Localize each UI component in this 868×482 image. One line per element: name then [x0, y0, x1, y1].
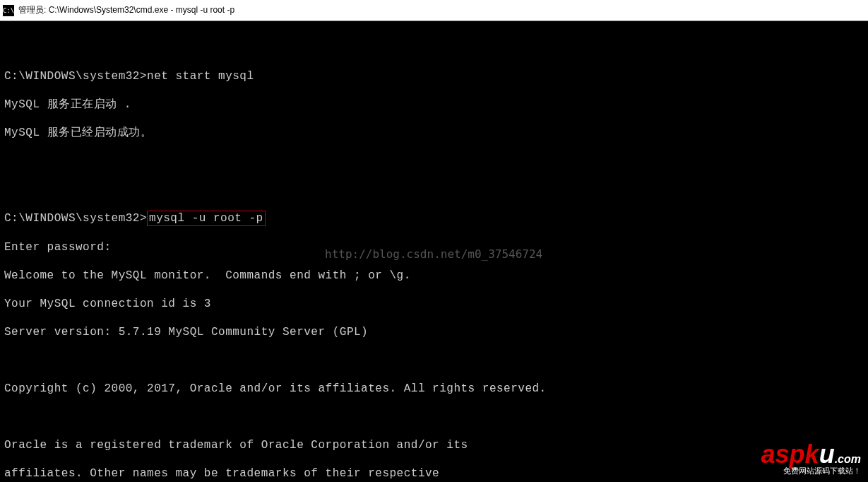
logo-text: k	[805, 440, 819, 469]
terminal-line: Copyright (c) 2000, 2017, Oracle and/or …	[4, 382, 864, 396]
terminal-line: Your MySQL connection id is 3	[4, 297, 864, 311]
terminal-line	[4, 182, 864, 196]
terminal-line: Enter password:	[4, 240, 864, 254]
terminal-line	[4, 410, 864, 424]
terminal-line: C:\WINDOWS\system32>net start mysql	[4, 69, 864, 83]
cmd-icon: C:\	[3, 5, 14, 16]
terminal-line: MySQL 服务已经启动成功。	[4, 126, 864, 140]
logo-text: .com	[835, 453, 861, 465]
logo-text: u	[819, 440, 835, 469]
highlighted-command: mysql -u root -p	[147, 211, 266, 226]
terminal-line	[4, 353, 864, 368]
terminal-line: Welcome to the MySQL monitor. Commands e…	[4, 269, 864, 283]
logo-text: asp	[761, 440, 805, 469]
terminal-line	[4, 41, 864, 55]
terminal-line: Oracle is a registered trademark of Orac…	[4, 438, 864, 452]
terminal-line	[4, 154, 864, 168]
terminal-output[interactable]: C:\WINDOWS\system32>net start mysql MySQ…	[0, 21, 868, 482]
aspku-logo: aspku.com 免费网站源码下载站！	[761, 442, 861, 476]
terminal-line: affiliates. Other names may be trademark…	[4, 466, 864, 481]
terminal-line: Server version: 5.7.19 MySQL Community S…	[4, 325, 864, 339]
window-title: 管理员: C:\Windows\System32\cmd.exe - mysql…	[18, 4, 234, 16]
terminal-line: C:\WINDOWS\system32>mysql -u root -p	[4, 211, 864, 226]
window-titlebar[interactable]: C:\ 管理员: C:\Windows\System32\cmd.exe - m…	[0, 0, 868, 21]
terminal-line: MySQL 服务正在启动 .	[4, 98, 864, 112]
